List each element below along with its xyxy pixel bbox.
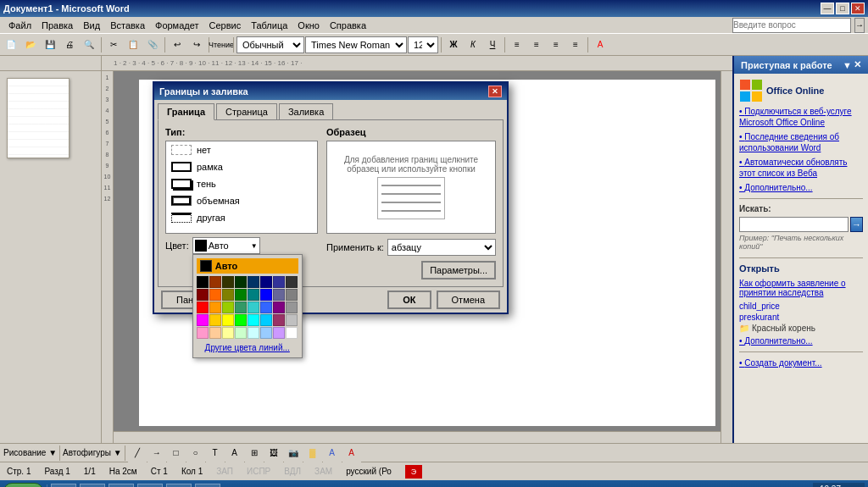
color-cell[interactable] bbox=[260, 314, 272, 326]
print-button[interactable]: 🖨 bbox=[60, 36, 79, 54]
color-cell[interactable] bbox=[286, 314, 298, 326]
type-other[interactable]: другая bbox=[166, 209, 317, 226]
color-cell[interactable] bbox=[222, 327, 234, 339]
file-link-1[interactable]: child_price bbox=[734, 301, 868, 312]
taskbar-btn-mic[interactable]: 🎤 bbox=[51, 484, 76, 487]
color-cell[interactable] bbox=[222, 302, 234, 313]
autoshapes-button[interactable]: Автофигуры ▼ bbox=[63, 448, 122, 457]
color-cell[interactable] bbox=[209, 314, 221, 326]
color-cell[interactable] bbox=[248, 314, 259, 326]
menu-insert[interactable]: Вставка bbox=[105, 19, 150, 32]
color-cell[interactable] bbox=[197, 302, 209, 313]
justify-button[interactable]: ≡ bbox=[566, 36, 585, 54]
ok-button[interactable]: ОК bbox=[387, 291, 431, 309]
color-cell[interactable] bbox=[273, 276, 285, 288]
arrow-button[interactable]: → bbox=[147, 444, 166, 462]
right-panel-dropdown-icon[interactable]: ▼ bbox=[843, 60, 852, 70]
color-cell[interactable] bbox=[197, 314, 209, 326]
font-select[interactable]: Times New Roman bbox=[305, 36, 407, 53]
open-button[interactable]: 📂 bbox=[21, 36, 40, 54]
bold-button[interactable]: Ж bbox=[444, 36, 463, 54]
undo-button[interactable]: ↩ bbox=[168, 36, 186, 54]
color-cell[interactable] bbox=[197, 327, 209, 339]
taskbar-btn-word[interactable]: W bbox=[108, 484, 134, 487]
insert-diagram-button[interactable]: ⊞ bbox=[245, 444, 264, 462]
menu-table[interactable]: Таблица bbox=[246, 19, 292, 32]
type-none[interactable]: нет bbox=[166, 141, 317, 158]
file-link-2[interactable]: preskurant bbox=[734, 312, 868, 323]
color-cell[interactable] bbox=[209, 276, 221, 288]
color-cell[interactable] bbox=[209, 289, 221, 301]
color-button[interactable]: A bbox=[591, 36, 609, 54]
menu-file[interactable]: Файл bbox=[3, 19, 36, 32]
tab-fill[interactable]: Заливка bbox=[279, 103, 333, 119]
color-cell[interactable] bbox=[235, 327, 247, 339]
color-cell[interactable] bbox=[235, 302, 247, 313]
panel-more-link-1[interactable]: Дополнительно... bbox=[734, 180, 868, 195]
color-cell[interactable] bbox=[273, 302, 285, 313]
color-cell[interactable] bbox=[273, 289, 285, 301]
font-color-button[interactable]: A bbox=[342, 444, 361, 462]
redo-button[interactable]: ↪ bbox=[187, 36, 206, 54]
params-button[interactable]: Параметры... bbox=[421, 261, 496, 279]
start-button[interactable]: Пуск bbox=[3, 483, 43, 487]
insert-clipart-button[interactable]: 🖼 bbox=[264, 444, 283, 462]
menu-tools[interactable]: Сервис bbox=[204, 19, 247, 32]
status-lang-icon[interactable]: Э bbox=[405, 465, 422, 479]
drawing-label[interactable]: Рисование ▼ bbox=[3, 448, 57, 457]
create-doc-link[interactable]: Создать документ... bbox=[734, 356, 868, 370]
more-colors-button[interactable]: Другие цвета линий... bbox=[197, 341, 298, 354]
panel-more-link-2[interactable]: Дополнительно... bbox=[734, 334, 868, 348]
line-color-button[interactable]: A bbox=[323, 444, 342, 462]
color-cell[interactable] bbox=[286, 327, 298, 339]
type-shadow[interactable]: тень bbox=[166, 175, 317, 192]
reading-mode-button[interactable]: Чтение bbox=[212, 36, 231, 54]
color-cell[interactable] bbox=[286, 302, 298, 313]
underline-button[interactable]: Ч bbox=[483, 36, 502, 54]
cut-button[interactable]: ✂ bbox=[104, 36, 123, 54]
color-cell[interactable] bbox=[209, 302, 221, 313]
color-cell[interactable] bbox=[273, 314, 285, 326]
color-cell[interactable] bbox=[273, 327, 285, 339]
panel-link-connect[interactable]: Подключиться к веб-услуге Microsoft Offi… bbox=[734, 104, 868, 130]
folder-item[interactable]: 📁 Красный корень bbox=[734, 323, 868, 334]
menu-format[interactable]: Формадет bbox=[150, 19, 204, 32]
font-size-select[interactable]: 12 bbox=[408, 36, 438, 53]
right-panel-close-button[interactable]: ✕ bbox=[854, 59, 861, 70]
color-cell[interactable] bbox=[222, 289, 234, 301]
align-left-button[interactable]: ≡ bbox=[508, 36, 526, 54]
document-area[interactable]: 1 · 2 · 3 · 4 · 5 · 6 · 7 · 8 · 9 · 10 ·… bbox=[102, 56, 732, 443]
print-preview-button[interactable]: 🔍 bbox=[80, 36, 98, 54]
apply-to-select[interactable]: абзацу bbox=[387, 239, 496, 256]
color-cell[interactable] bbox=[260, 289, 272, 301]
color-cell[interactable] bbox=[197, 289, 209, 301]
menu-edit[interactable]: Правка bbox=[36, 19, 78, 32]
italic-button[interactable]: К bbox=[464, 36, 482, 54]
color-dropdown[interactable]: Авто ▼ bbox=[192, 237, 260, 254]
color-cell[interactable] bbox=[260, 327, 272, 339]
color-cell[interactable] bbox=[248, 276, 259, 288]
color-cell[interactable] bbox=[235, 289, 247, 301]
line-button[interactable]: ╱ bbox=[128, 444, 147, 462]
save-button[interactable]: 💾 bbox=[41, 36, 59, 54]
menu-help[interactable]: Справка bbox=[325, 19, 371, 32]
oval-button[interactable]: ○ bbox=[186, 444, 205, 462]
color-cell[interactable] bbox=[260, 302, 272, 313]
color-cell[interactable] bbox=[222, 276, 234, 288]
align-right-button[interactable]: ≡ bbox=[547, 36, 565, 54]
color-cell[interactable] bbox=[248, 289, 259, 301]
color-cell[interactable] bbox=[197, 276, 209, 288]
type-list[interactable]: нет рамка bbox=[165, 141, 318, 234]
taskbar-btn-firefox[interactable]: 🦊 bbox=[166, 484, 192, 487]
color-cell[interactable] bbox=[260, 276, 272, 288]
maximize-button[interactable]: □ bbox=[836, 3, 849, 14]
tab-border[interactable]: Граница bbox=[158, 103, 214, 120]
taskbar-btn-explorer[interactable]: 📁 bbox=[80, 484, 105, 487]
textbox-button[interactable]: Т bbox=[206, 444, 225, 462]
wordart-button[interactable]: A bbox=[225, 444, 244, 462]
rect-button[interactable]: □ bbox=[167, 444, 186, 462]
menu-window[interactable]: Окно bbox=[292, 19, 325, 32]
taskbar-btn-chrome[interactable]: 🌍 bbox=[137, 484, 163, 487]
color-cell[interactable] bbox=[235, 314, 247, 326]
style-select[interactable]: Обычный bbox=[236, 36, 304, 53]
